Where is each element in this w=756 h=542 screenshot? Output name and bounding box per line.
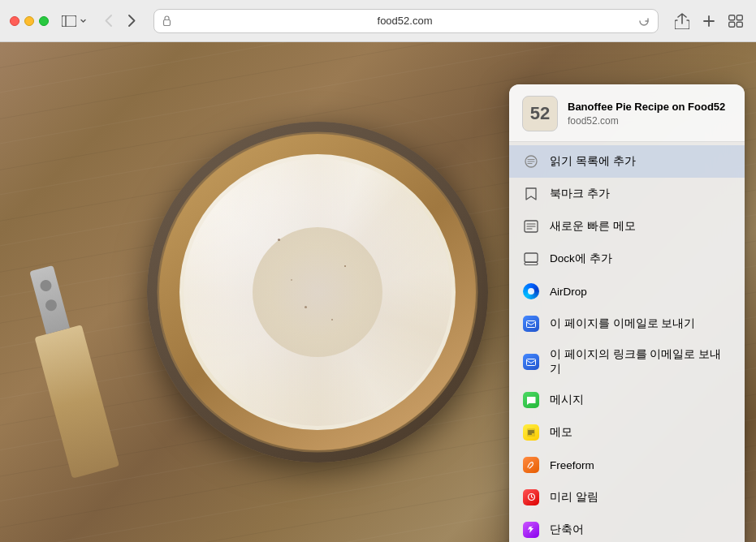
site-logo: 52 bbox=[522, 96, 558, 131]
bookmark-icon bbox=[522, 185, 540, 203]
svg-rect-10 bbox=[525, 263, 538, 265]
menu-label-bookmark: 북마크 추가 bbox=[550, 187, 732, 201]
freeform-icon bbox=[522, 456, 540, 474]
menu-item-messages[interactable]: 메시지 bbox=[509, 384, 745, 416]
menu-label-messages: 메시지 bbox=[550, 393, 732, 407]
menu-label-airdrop: AirDrop bbox=[550, 286, 732, 298]
svg-rect-2 bbox=[164, 20, 171, 26]
svg-rect-4 bbox=[737, 15, 742, 19]
menu-item-shortcuts[interactable]: 단축어 bbox=[509, 514, 745, 542]
address-bar[interactable]: food52.com bbox=[153, 9, 659, 33]
menu-item-reading-list[interactable]: 읽기 목록에 추가 bbox=[509, 145, 745, 178]
traffic-lights bbox=[10, 16, 49, 26]
menu-item-freeform[interactable]: Freeform bbox=[509, 449, 745, 481]
share-menu: 52 Banoffee Pie Recipe on Food52 food52.… bbox=[509, 84, 745, 542]
email-link-icon bbox=[522, 353, 540, 371]
svg-rect-0 bbox=[62, 15, 76, 27]
menu-item-airdrop[interactable]: AirDrop bbox=[509, 275, 745, 308]
reload-button[interactable] bbox=[638, 15, 650, 27]
menu-label-freeform: Freeform bbox=[550, 459, 732, 471]
menu-label-reminders: 미리 알림 bbox=[550, 490, 732, 505]
forward-button[interactable] bbox=[123, 11, 140, 30]
share-button[interactable] bbox=[672, 10, 693, 32]
notes-icon bbox=[522, 424, 540, 441]
menu-item-email-link[interactable]: 이 페이지의 링크를 이메일로 보내기 bbox=[509, 340, 745, 384]
site-info: Banoffee Pie Recipe on Food52 food52.com bbox=[568, 101, 732, 127]
menu-label-email-link: 이 페이지의 링크를 이메일로 보내기 bbox=[550, 347, 732, 376]
quick-note-icon bbox=[522, 217, 540, 235]
menu-item-quick-note[interactable]: 새로운 빠른 메모 bbox=[509, 210, 745, 243]
menu-item-bookmark[interactable]: 북마크 추가 bbox=[509, 178, 745, 210]
menu-item-dock[interactable]: Dock에 추가 bbox=[509, 243, 745, 275]
url-text: food52.com bbox=[176, 15, 633, 27]
svg-rect-5 bbox=[729, 22, 735, 27]
menu-label-quick-note: 새로운 빠른 메모 bbox=[550, 219, 732, 234]
close-button[interactable] bbox=[10, 16, 19, 26]
back-button[interactable] bbox=[100, 11, 117, 30]
content-area: 52 Banoffee Pie Recipe on Food52 food52.… bbox=[0, 42, 756, 542]
menu-item-notes[interactable]: 메모 bbox=[509, 416, 745, 449]
site-title: Banoffee Pie Recipe on Food52 bbox=[568, 101, 732, 114]
airdrop-icon bbox=[522, 282, 540, 300]
svg-rect-3 bbox=[729, 15, 735, 19]
reading-list-icon bbox=[522, 153, 540, 170]
browser-toolbar: food52.com bbox=[0, 0, 756, 42]
menu-item-reminders[interactable]: 미리 알림 bbox=[509, 481, 745, 514]
tab-overview-button[interactable] bbox=[725, 11, 746, 31]
minimize-button[interactable] bbox=[24, 16, 34, 26]
svg-rect-12 bbox=[527, 359, 536, 365]
menu-item-email-page[interactable]: 이 페이지를 이메일로 보내기 bbox=[509, 308, 745, 340]
menu-label-shortcuts: 단축어 bbox=[550, 523, 732, 537]
shortcuts-icon bbox=[522, 521, 540, 539]
reminders-icon bbox=[522, 488, 540, 506]
site-url: food52.com bbox=[568, 115, 732, 127]
messages-icon bbox=[522, 391, 540, 409]
new-tab-button[interactable] bbox=[699, 11, 719, 31]
svg-rect-11 bbox=[527, 320, 536, 327]
lock-icon bbox=[162, 15, 171, 26]
menu-label-reading-list: 읽기 목록에 추가 bbox=[550, 154, 732, 169]
sidebar-button[interactable] bbox=[58, 12, 90, 30]
menu-items-list: 읽기 목록에 추가 북마크 추가 새로운 bbox=[509, 142, 745, 542]
toolbar-actions bbox=[672, 10, 746, 32]
email-page-icon bbox=[522, 315, 540, 333]
menu-label-notes: 메모 bbox=[550, 425, 732, 440]
site-header: 52 Banoffee Pie Recipe on Food52 food52.… bbox=[509, 84, 745, 142]
menu-label-dock: Dock에 추가 bbox=[550, 252, 732, 266]
menu-label-email-page: 이 페이지를 이메일로 보내기 bbox=[550, 316, 732, 331]
maximize-button[interactable] bbox=[39, 16, 49, 26]
svg-rect-9 bbox=[525, 253, 538, 262]
svg-rect-6 bbox=[737, 22, 742, 27]
dock-icon bbox=[522, 250, 540, 268]
